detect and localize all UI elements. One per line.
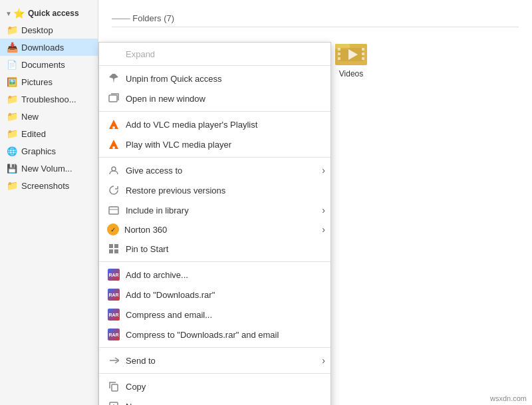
menu-item-compress-email[interactable]: RAR Compress and email... <box>99 305 331 325</box>
svg-rect-28 <box>109 244 113 248</box>
menu-compress-email-label: Compress and email... <box>126 310 212 320</box>
sidebar-item-screenshots[interactable]: 📁 Screenshots <box>0 177 98 194</box>
svg-rect-29 <box>114 244 118 248</box>
quick-access-header[interactable]: ▼ ⭐ Quick access <box>0 5 98 21</box>
menu-separator-3 <box>99 157 331 158</box>
menu-unpin-label: Unpin from Quick access <box>126 74 222 84</box>
svg-rect-21 <box>109 95 117 102</box>
sidebar-item-label: Edited <box>21 129 46 139</box>
sidebar-item-graphics[interactable]: 🌐 Graphics <box>0 142 98 160</box>
windows-icon <box>107 242 120 255</box>
sidebar-item-downloads[interactable]: 📥 Downloads <box>0 39 98 56</box>
vlc-play-icon <box>107 138 120 151</box>
sidebar-item-label: Downloads <box>21 43 64 53</box>
menu-item-add-rar[interactable]: RAR Add to "Downloads.rar" <box>99 285 331 305</box>
menu-item-pin-start[interactable]: Pin to Start <box>99 239 331 259</box>
library-icon <box>107 203 120 217</box>
pictures-icon: 🖼️ <box>7 76 17 87</box>
menu-add-archive-label: Add to archive... <box>126 270 188 280</box>
folders-header: ─── Folders (7) <box>112 13 519 27</box>
menu-separator-5 <box>99 347 331 348</box>
sidebar-item-troubleshoot[interactable]: 📁 Troubleshoo... <box>0 90 98 108</box>
svg-rect-15 <box>338 53 340 55</box>
menu-item-unpin[interactable]: Unpin from Quick access <box>99 68 331 88</box>
menu-separator-1 <box>99 65 331 66</box>
sidebar-item-label: Documents <box>21 60 65 70</box>
folder-icon: 📁 <box>7 25 17 35</box>
folder-videos-label: Videos <box>339 69 363 78</box>
svg-rect-14 <box>338 48 340 51</box>
compress-rar-email-icon: RAR <box>107 328 120 341</box>
submenu-arrow-give-access <box>322 165 325 176</box>
menu-item-open-new-window[interactable]: Open in new window <box>99 88 331 108</box>
menu-item-give-access[interactable]: Give access to <box>99 160 331 180</box>
menu-expand-label: Expand <box>126 49 155 59</box>
send-to-icon <box>107 354 120 367</box>
drive-icon: 💾 <box>7 163 17 174</box>
menu-item-restore-versions[interactable]: Restore previous versions <box>99 180 331 200</box>
restore-icon <box>107 184 120 197</box>
sidebar-item-edited[interactable]: 📁 Edited <box>0 125 98 142</box>
folder-icon: 📁 <box>7 128 17 139</box>
folder-green-icon: 📁 <box>7 111 17 122</box>
svg-point-26 <box>112 167 116 171</box>
sidebar-item-desktop[interactable]: 📁 Desktop <box>0 21 98 39</box>
folders-count: Folders (7) <box>132 13 174 23</box>
menu-item-vlc-playlist[interactable]: Add to VLC media player's Playlist <box>99 114 331 134</box>
menu-norton-label: Norton 360 <box>124 225 167 235</box>
quick-access-arrow: ▼ <box>5 10 12 17</box>
context-menu: Expand Unpin from Quick access Open in n… <box>98 42 331 405</box>
archive-icon: RAR <box>107 268 120 281</box>
folder-yellow-icon: 📁 <box>7 180 17 191</box>
graphics-icon: 🌐 <box>7 146 17 156</box>
add-rar-icon: RAR <box>107 288 120 301</box>
svg-rect-18 <box>362 53 364 55</box>
menu-send-to-label: Send to <box>126 356 156 366</box>
quick-access-label: Quick access <box>28 9 79 18</box>
menu-give-access-label: Give access to <box>126 166 182 176</box>
menu-item-norton360[interactable]: ✓ Norton 360 <box>99 220 331 239</box>
menu-separator-2 <box>99 111 331 112</box>
sidebar-item-pictures[interactable]: 🖼️ Pictures <box>0 73 98 90</box>
window-icon <box>107 92 120 105</box>
menu-vlc-playlist-label: Add to VLC media player's Playlist <box>126 120 257 130</box>
menu-restore-label: Restore previous versions <box>126 186 225 196</box>
menu-open-new-window-label: Open in new window <box>126 94 205 104</box>
sidebar-item-label: Troubleshoo... <box>21 94 76 104</box>
sidebar-item-label: Pictures <box>21 77 53 87</box>
quick-access-star-icon: ⭐ <box>13 8 25 19</box>
svg-rect-31 <box>114 249 118 253</box>
sidebar-item-new-volume[interactable]: 💾 New Volum... <box>0 160 98 177</box>
sidebar-item-documents[interactable]: 📄 Documents <box>0 56 98 73</box>
menu-compress-rar-email-label: Compress to "Downloads.rar" and email <box>126 330 279 340</box>
svg-rect-16 <box>338 57 340 60</box>
menu-item-new[interactable]: New <box>99 396 331 405</box>
menu-item-add-archive[interactable]: RAR Add to archive... <box>99 265 331 285</box>
menu-item-vlc-play[interactable]: Play with VLC media player <box>99 134 331 154</box>
new-icon <box>107 400 120 405</box>
folder-icon: 📄 <box>7 59 17 70</box>
menu-new-label: New <box>126 402 143 406</box>
menu-item-expand[interactable]: Expand <box>99 45 331 63</box>
menu-item-copy[interactable]: Copy <box>99 376 331 396</box>
give-access-icon <box>107 164 120 177</box>
copy-icon <box>107 380 120 393</box>
svg-rect-30 <box>109 249 113 253</box>
sidebar-item-label: Graphics <box>21 146 56 156</box>
menu-item-include-library[interactable]: Include in library <box>99 200 331 220</box>
menu-item-send-to[interactable]: Send to <box>99 350 331 370</box>
menu-item-compress-rar-email[interactable]: RAR Compress to "Downloads.rar" and emai… <box>99 325 331 344</box>
menu-copy-label: Copy <box>126 382 146 392</box>
folder-item-videos[interactable]: Videos <box>325 37 378 78</box>
menu-vlc-play-label: Play with VLC media player <box>126 140 231 150</box>
folder-icon: 📁 <box>7 94 17 104</box>
sidebar-item-new[interactable]: 📁 New <box>0 108 98 125</box>
folder-download-icon: 📥 <box>7 42 17 53</box>
menu-add-rar-label: Add to "Downloads.rar" <box>126 290 215 300</box>
menu-separator-4 <box>99 261 331 262</box>
compress-email-icon: RAR <box>107 308 120 321</box>
pin-icon <box>107 72 120 85</box>
vlc-playlist-icon <box>107 118 120 131</box>
menu-separator-6 <box>99 373 331 374</box>
sidebar-item-label: Screenshots <box>21 181 69 191</box>
